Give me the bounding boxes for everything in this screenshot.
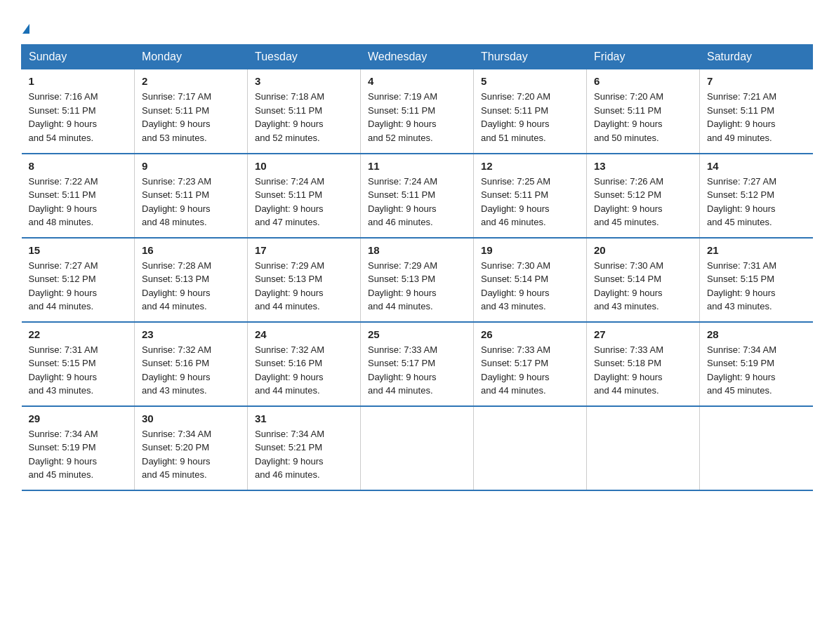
day-info: Sunrise: 7:34 AMSunset: 5:20 PMDaylight:…	[142, 427, 240, 482]
calendar-cell: 1Sunrise: 7:16 AMSunset: 5:11 PMDaylight…	[22, 69, 135, 154]
day-number: 5	[481, 75, 579, 87]
day-number: 12	[481, 160, 579, 172]
day-number: 31	[255, 412, 353, 424]
calendar-cell: 16Sunrise: 7:28 AMSunset: 5:13 PMDayligh…	[135, 238, 248, 322]
calendar-week-row: 1Sunrise: 7:16 AMSunset: 5:11 PMDaylight…	[22, 69, 813, 154]
calendar-cell: 4Sunrise: 7:19 AMSunset: 5:11 PMDaylight…	[361, 69, 474, 154]
day-number: 16	[142, 244, 240, 256]
col-sunday: Sunday	[22, 45, 135, 69]
day-number: 25	[368, 328, 466, 340]
logo	[21, 14, 29, 37]
col-wednesday: Wednesday	[361, 45, 474, 69]
day-number: 9	[142, 160, 240, 172]
day-number: 18	[368, 244, 466, 256]
day-info: Sunrise: 7:26 AMSunset: 5:12 PMDaylight:…	[594, 175, 692, 229]
calendar-cell: 15Sunrise: 7:27 AMSunset: 5:12 PMDayligh…	[22, 238, 135, 322]
day-info: Sunrise: 7:29 AMSunset: 5:13 PMDaylight:…	[255, 259, 353, 314]
day-number: 11	[368, 160, 466, 172]
calendar-cell: 21Sunrise: 7:31 AMSunset: 5:15 PMDayligh…	[700, 238, 813, 322]
day-info: Sunrise: 7:18 AMSunset: 5:11 PMDaylight:…	[255, 90, 353, 145]
day-info: Sunrise: 7:32 AMSunset: 5:16 PMDaylight:…	[142, 343, 240, 398]
day-number: 22	[29, 328, 128, 340]
calendar-cell: 2Sunrise: 7:17 AMSunset: 5:11 PMDaylight…	[135, 69, 248, 154]
calendar-cell: 22Sunrise: 7:31 AMSunset: 5:15 PMDayligh…	[22, 322, 135, 406]
day-number: 20	[594, 244, 692, 256]
day-info: Sunrise: 7:32 AMSunset: 5:16 PMDaylight:…	[255, 343, 353, 398]
day-info: Sunrise: 7:19 AMSunset: 5:11 PMDaylight:…	[368, 90, 466, 145]
day-info: Sunrise: 7:24 AMSunset: 5:11 PMDaylight:…	[255, 175, 353, 229]
col-saturday: Saturday	[700, 45, 813, 69]
day-info: Sunrise: 7:21 AMSunset: 5:11 PMDaylight:…	[707, 90, 806, 145]
calendar-cell	[474, 406, 587, 490]
calendar-cell: 6Sunrise: 7:20 AMSunset: 5:11 PMDaylight…	[587, 69, 700, 154]
day-number: 13	[594, 160, 692, 172]
calendar-cell: 9Sunrise: 7:23 AMSunset: 5:11 PMDaylight…	[135, 154, 248, 238]
day-number: 26	[481, 328, 579, 340]
calendar-cell: 26Sunrise: 7:33 AMSunset: 5:17 PMDayligh…	[474, 322, 587, 406]
day-info: Sunrise: 7:27 AMSunset: 5:12 PMDaylight:…	[29, 259, 128, 314]
calendar-header: Sunday Monday Tuesday Wednesday Thursday…	[22, 45, 813, 69]
day-number: 15	[29, 244, 128, 256]
day-number: 30	[142, 412, 240, 424]
calendar-cell: 18Sunrise: 7:29 AMSunset: 5:13 PMDayligh…	[361, 238, 474, 322]
day-number: 24	[255, 328, 353, 340]
calendar-table: Sunday Monday Tuesday Wednesday Thursday…	[21, 44, 813, 491]
day-number: 3	[255, 75, 353, 87]
calendar-cell: 20Sunrise: 7:30 AMSunset: 5:14 PMDayligh…	[587, 238, 700, 322]
col-tuesday: Tuesday	[248, 45, 361, 69]
day-number: 6	[594, 75, 692, 87]
calendar-cell: 24Sunrise: 7:32 AMSunset: 5:16 PMDayligh…	[248, 322, 361, 406]
day-number: 4	[368, 75, 466, 87]
col-monday: Monday	[135, 45, 248, 69]
day-info: Sunrise: 7:17 AMSunset: 5:11 PMDaylight:…	[142, 90, 240, 145]
calendar-week-row: 29Sunrise: 7:34 AMSunset: 5:19 PMDayligh…	[22, 406, 813, 490]
day-number: 14	[707, 160, 806, 172]
page-header	[21, 14, 813, 37]
day-info: Sunrise: 7:34 AMSunset: 5:19 PMDaylight:…	[29, 427, 128, 482]
calendar-week-row: 15Sunrise: 7:27 AMSunset: 5:12 PMDayligh…	[22, 238, 813, 322]
calendar-cell: 11Sunrise: 7:24 AMSunset: 5:11 PMDayligh…	[361, 154, 474, 238]
day-info: Sunrise: 7:23 AMSunset: 5:11 PMDaylight:…	[142, 175, 240, 229]
day-info: Sunrise: 7:34 AMSunset: 5:19 PMDaylight:…	[707, 343, 806, 398]
day-info: Sunrise: 7:30 AMSunset: 5:14 PMDaylight:…	[481, 259, 579, 314]
calendar-cell: 10Sunrise: 7:24 AMSunset: 5:11 PMDayligh…	[248, 154, 361, 238]
day-info: Sunrise: 7:20 AMSunset: 5:11 PMDaylight:…	[481, 90, 579, 145]
calendar-cell: 31Sunrise: 7:34 AMSunset: 5:21 PMDayligh…	[248, 406, 361, 490]
calendar-cell	[700, 406, 813, 490]
calendar-cell	[587, 406, 700, 490]
day-number: 28	[707, 328, 806, 340]
calendar-cell: 27Sunrise: 7:33 AMSunset: 5:18 PMDayligh…	[587, 322, 700, 406]
calendar-week-row: 22Sunrise: 7:31 AMSunset: 5:15 PMDayligh…	[22, 322, 813, 406]
logo-triangle-icon	[22, 24, 29, 34]
day-number: 19	[481, 244, 579, 256]
day-number: 21	[707, 244, 806, 256]
day-info: Sunrise: 7:27 AMSunset: 5:12 PMDaylight:…	[707, 175, 806, 229]
day-info: Sunrise: 7:33 AMSunset: 5:17 PMDaylight:…	[481, 343, 579, 398]
day-info: Sunrise: 7:24 AMSunset: 5:11 PMDaylight:…	[368, 175, 466, 229]
calendar-cell: 17Sunrise: 7:29 AMSunset: 5:13 PMDayligh…	[248, 238, 361, 322]
calendar-cell: 29Sunrise: 7:34 AMSunset: 5:19 PMDayligh…	[22, 406, 135, 490]
calendar-cell: 25Sunrise: 7:33 AMSunset: 5:17 PMDayligh…	[361, 322, 474, 406]
calendar-cell: 14Sunrise: 7:27 AMSunset: 5:12 PMDayligh…	[700, 154, 813, 238]
day-info: Sunrise: 7:31 AMSunset: 5:15 PMDaylight:…	[29, 343, 128, 398]
col-friday: Friday	[587, 45, 700, 69]
day-number: 17	[255, 244, 353, 256]
day-info: Sunrise: 7:33 AMSunset: 5:18 PMDaylight:…	[594, 343, 692, 398]
day-number: 10	[255, 160, 353, 172]
calendar-cell: 19Sunrise: 7:30 AMSunset: 5:14 PMDayligh…	[474, 238, 587, 322]
day-number: 27	[594, 328, 692, 340]
calendar-week-row: 8Sunrise: 7:22 AMSunset: 5:11 PMDaylight…	[22, 154, 813, 238]
days-of-week-row: Sunday Monday Tuesday Wednesday Thursday…	[22, 45, 813, 69]
day-number: 7	[707, 75, 806, 87]
day-info: Sunrise: 7:16 AMSunset: 5:11 PMDaylight:…	[29, 90, 128, 145]
calendar-cell: 13Sunrise: 7:26 AMSunset: 5:12 PMDayligh…	[587, 154, 700, 238]
calendar-cell: 3Sunrise: 7:18 AMSunset: 5:11 PMDaylight…	[248, 69, 361, 154]
calendar-cell: 30Sunrise: 7:34 AMSunset: 5:20 PMDayligh…	[135, 406, 248, 490]
calendar-cell: 5Sunrise: 7:20 AMSunset: 5:11 PMDaylight…	[474, 69, 587, 154]
day-number: 29	[29, 412, 128, 424]
day-info: Sunrise: 7:20 AMSunset: 5:11 PMDaylight:…	[594, 90, 692, 145]
day-info: Sunrise: 7:28 AMSunset: 5:13 PMDaylight:…	[142, 259, 240, 314]
day-info: Sunrise: 7:33 AMSunset: 5:17 PMDaylight:…	[368, 343, 466, 398]
day-number: 8	[29, 160, 128, 172]
logo-general-line	[21, 18, 29, 37]
